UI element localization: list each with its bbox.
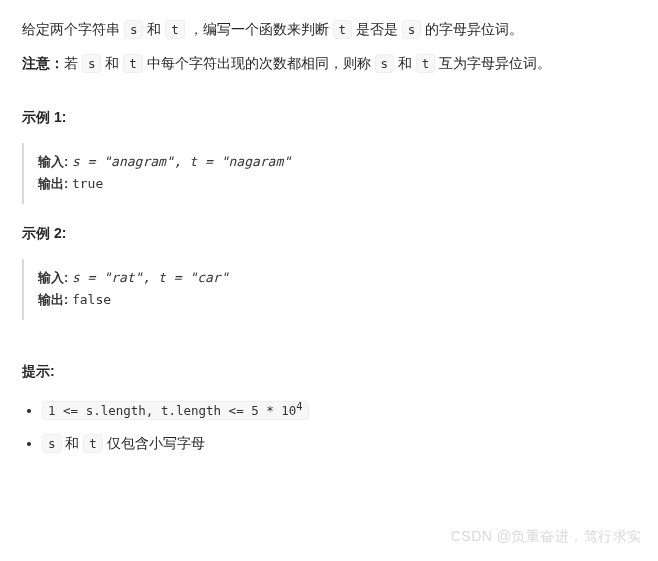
input-label: 输入:: [38, 270, 72, 285]
example2-output-row: 输出: false: [38, 289, 636, 311]
hint2-post: 仅包含小写字母: [103, 435, 205, 451]
note-text: 和: [394, 55, 416, 71]
hint1-text: 1 <= s.length, t.length <= 5 * 10: [48, 403, 296, 418]
example1-input-row: 输入: s = "anagram", t = "nagaram": [38, 151, 636, 173]
intro-text: ，编写一个函数来判断: [185, 21, 333, 37]
example1-block: 输入: s = "anagram", t = "nagaram" 输出: tru…: [22, 143, 636, 203]
intro-text: 给定两个字符串: [22, 21, 124, 37]
hint1-code: 1 <= s.length, t.length <= 5 * 104: [42, 401, 309, 420]
var-t: t: [123, 54, 143, 73]
problem-intro: 给定两个字符串 s 和 t ，编写一个函数来判断 t 是否是 s 的字母异位词。: [22, 18, 636, 42]
var-t: t: [165, 20, 185, 39]
note-text: 互为字母异位词。: [435, 55, 551, 71]
hint2-mid: 和: [62, 435, 84, 451]
var-t: t: [83, 434, 103, 453]
input-value: s = "anagram", t = "nagaram": [72, 154, 291, 169]
hint1-sup: 4: [296, 399, 302, 411]
var-t: t: [416, 54, 436, 73]
example2-block: 输入: s = "rat", t = "car" 输出: false: [22, 259, 636, 319]
hints-title: 提示:: [22, 360, 636, 384]
hints-list: 1 <= s.length, t.length <= 5 * 104 s 和 t…: [22, 397, 636, 456]
var-s: s: [124, 20, 144, 39]
intro-text: 的字母异位词。: [421, 21, 523, 37]
var-s: s: [402, 20, 422, 39]
output-value: false: [72, 292, 111, 307]
note-text: 若: [64, 55, 82, 71]
hint-item-2: s 和 t 仅包含小写字母: [42, 432, 636, 456]
note-text: 中每个字符出现的次数都相同，则称: [143, 55, 375, 71]
input-label: 输入:: [38, 154, 72, 169]
problem-note: 注意：若 s 和 t 中每个字符出现的次数都相同，则称 s 和 t 互为字母异位…: [22, 52, 636, 76]
var-s: s: [375, 54, 395, 73]
example1-title: 示例 1:: [22, 106, 636, 130]
output-value: true: [72, 176, 103, 191]
watermark: CSDN @负重奋进，笃行求实: [451, 525, 642, 549]
var-s: s: [82, 54, 102, 73]
hint-item-1: 1 <= s.length, t.length <= 5 * 104: [42, 397, 636, 422]
intro-text: 和: [143, 21, 165, 37]
example1-output-row: 输出: true: [38, 173, 636, 195]
intro-text: 是否是: [352, 21, 402, 37]
var-s: s: [42, 434, 62, 453]
example2-input-row: 输入: s = "rat", t = "car": [38, 267, 636, 289]
note-text: 和: [101, 55, 123, 71]
output-label: 输出:: [38, 176, 72, 191]
var-t: t: [333, 20, 353, 39]
input-value: s = "rat", t = "car": [72, 270, 229, 285]
output-label: 输出:: [38, 292, 72, 307]
note-label: 注意：: [22, 55, 64, 71]
example2-title: 示例 2:: [22, 222, 636, 246]
